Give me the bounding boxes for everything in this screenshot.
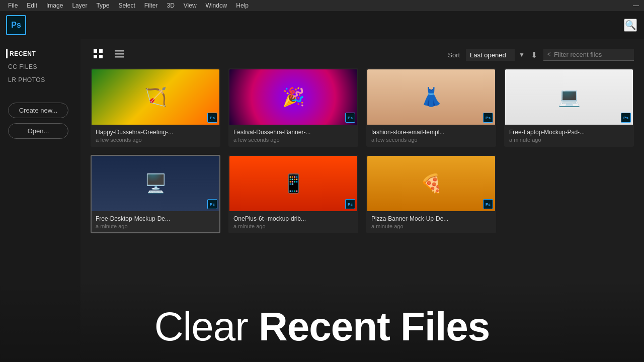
sort-direction-button[interactable]: ⬇ [531,50,537,60]
svg-rect-1 [99,49,103,53]
file-info: Free-Laptop-Mockup-Psd-...a minute ago [505,125,633,146]
file-name: Happy-Dussehra-Greeting-... [96,129,215,136]
menu-item-select[interactable]: Select [114,1,139,10]
file-info: fashion-store-email-templ...a few second… [367,125,495,146]
file-name: fashion-store-email-templ... [371,129,491,136]
file-info: Festival-Dussehra-Banner-...a few second… [229,125,357,146]
file-time: a few seconds ago [233,137,353,143]
svg-rect-2 [94,55,97,58]
file-info: Pizza-Banner-Mock-Up-De...a minute ago [367,211,495,232]
file-thumbnail: Ps [229,69,357,125]
sidebar-item-recent[interactable]: RECENT [6,49,80,58]
file-name: Free-Laptop-Mockup-Psd-... [509,129,629,136]
file-name: Free-Desktop-Mockup-De... [96,215,215,222]
file-card[interactable]: PsFree-Desktop-Mockup-De...a minute ago [91,155,220,233]
sidebar-item-cc-files[interactable]: CC FILES [8,62,80,71]
ps-file-badge: Ps [345,199,355,209]
files-grid: PsHappy-Dussehra-Greeting-...a few secon… [91,68,634,238]
search-button[interactable]: 🔍 [624,19,637,32]
svg-rect-6 [115,56,124,58]
ps-file-badge: Ps [345,113,355,123]
ps-file-badge: Ps [483,199,493,209]
filter-icon: ⧼ [547,51,551,58]
file-name: OnePlus-6t--mockup-drib... [233,215,353,222]
menu-item-window[interactable]: Window [202,1,231,10]
menu-item-view[interactable]: View [180,1,201,10]
ps-logo: Ps [6,15,26,35]
content-area: Sort Last opened Name Date created Date … [80,39,644,362]
sort-dropdown[interactable]: Last opened Name Date created Date modif… [466,49,515,61]
sort-chevron-icon: ▼ [519,51,525,58]
file-card[interactable]: PsOnePlus-6t--mockup-drib...a minute ago [228,155,358,233]
sidebar-nav: RECENT CC FILES LR PHOTOS [8,49,80,84]
thumbnail-image: Ps [92,69,219,125]
file-card[interactable]: PsFree-Laptop-Mockup-Psd-...a minute ago [504,68,634,147]
filter-box[interactable]: ⧼ [543,49,634,61]
svg-rect-0 [94,49,97,53]
file-name: Festival-Dussehra-Banner-... [233,129,353,136]
open-button[interactable]: Open... [8,123,68,139]
svg-rect-4 [115,50,124,52]
minimize-button[interactable]: — [632,2,640,9]
toolbar: Sort Last opened Name Date created Date … [91,39,634,68]
menu-item-filter[interactable]: Filter [140,1,162,10]
file-time: a minute ago [96,223,215,229]
thumbnail-image: Ps [367,69,495,125]
menu-item-type[interactable]: Type [92,1,113,10]
file-time: a minute ago [233,223,353,229]
menu-item-image[interactable]: Image [42,1,67,10]
ps-file-badge: Ps [621,113,631,123]
ps-file-badge: Ps [207,113,217,123]
file-thumbnail: Ps [92,69,219,125]
filter-input[interactable] [554,51,624,58]
file-card[interactable]: PsHappy-Dussehra-Greeting-...a few secon… [91,68,220,147]
menu-item-edit[interactable]: Edit [23,1,41,10]
file-time: a minute ago [509,137,629,143]
file-card[interactable]: PsPizza-Banner-Mock-Up-De...a minute ago [366,155,496,233]
file-card[interactable]: PsFestival-Dussehra-Banner-...a few seco… [228,68,358,147]
sort-label: Sort [448,51,460,59]
thumbnail-image: Ps [229,156,357,211]
file-info: OnePlus-6t--mockup-drib...a minute ago [229,211,357,232]
sidebar-buttons: Create new... Open... [8,103,80,139]
file-time: a few seconds ago [371,137,491,143]
menu-item-file[interactable]: File [4,1,22,10]
sidebar: RECENT CC FILES LR PHOTOS Create new... … [0,39,80,362]
menu-bar: FileEditImageLayerTypeSelectFilter3DView… [0,0,644,11]
main-layout: RECENT CC FILES LR PHOTOS Create new... … [0,39,644,362]
file-thumbnail: Ps [229,156,357,211]
menu-item-3d[interactable]: 3D [163,1,178,10]
ps-file-badge: Ps [207,199,217,209]
thumbnail-image: Ps [229,69,357,125]
file-info: Free-Desktop-Mockup-De...a minute ago [92,211,219,232]
list-view-button[interactable] [112,47,127,62]
svg-rect-3 [99,55,103,58]
svg-rect-5 [115,53,124,55]
file-thumbnail: Ps [367,69,495,125]
file-thumbnail: Ps [92,156,219,211]
file-thumbnail: Ps [367,156,495,211]
grid-view-button[interactable] [91,47,106,62]
ps-file-badge: Ps [483,113,493,123]
file-thumbnail: Ps [505,69,633,125]
file-info: Happy-Dussehra-Greeting-...a few seconds… [92,125,219,146]
create-new-button[interactable]: Create new... [8,103,68,118]
menu-item-layer[interactable]: Layer [68,1,91,10]
thumbnail-image: Ps [92,156,219,211]
menu-item-help[interactable]: Help [232,1,253,10]
file-time: a few seconds ago [96,137,215,143]
file-card[interactable]: Psfashion-store-email-templ...a few seco… [366,68,496,147]
thumbnail-image: Ps [367,156,495,211]
thumbnail-image: Ps [505,69,633,125]
title-bar: Ps 🔍 [0,11,644,39]
file-time: a minute ago [371,223,491,229]
file-name: Pizza-Banner-Mock-Up-De... [371,215,491,222]
sidebar-item-lr-photos[interactable]: LR PHOTOS [8,75,80,84]
